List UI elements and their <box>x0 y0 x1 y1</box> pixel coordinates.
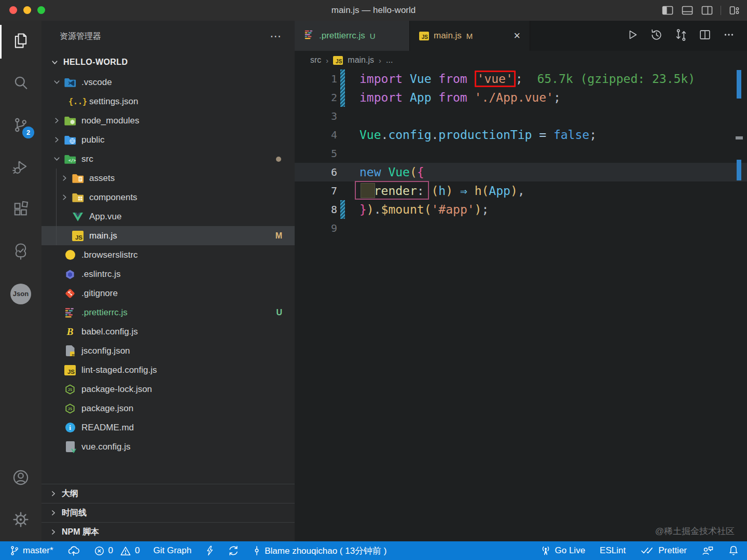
node-icon: JS <box>62 383 78 396</box>
branch-indicator[interactable]: master* <box>9 545 53 556</box>
cloud-upload-icon <box>67 545 80 556</box>
chevron-spacer <box>59 232 70 240</box>
timeline-history-icon[interactable] <box>649 28 663 44</box>
tree-item-assets[interactable]: assets <box>42 169 295 188</box>
publish-button[interactable] <box>67 545 80 556</box>
code-token: = <box>532 128 554 142</box>
tree-item-node-modules[interactable]: node_modules <box>42 111 295 130</box>
tree-item-babel.config.js[interactable]: Bbabel.config.js <box>42 322 295 341</box>
compare-changes-icon[interactable] <box>674 28 688 44</box>
tree-item-settings.json[interactable]: {..}settings.json <box>42 92 295 111</box>
code-token: ; <box>589 128 597 142</box>
section-timeline[interactable]: 时间线 <box>42 503 295 522</box>
code-line-7: 7 render: (h) ⇒ h(App), <box>295 181 747 200</box>
tree-item-package.json[interactable]: JSpackage.json <box>42 399 295 418</box>
tab-bar: .prettierrc.js U JS main.js M × <box>295 21 747 51</box>
tree-item-.gitignore[interactable]: .gitignore <box>42 284 295 303</box>
git-icon <box>62 287 78 300</box>
tree-item-App.vue[interactable]: App.vue <box>42 207 295 226</box>
git-graph-button[interactable]: Git Graph <box>154 545 192 556</box>
settings-button[interactable] <box>0 499 42 541</box>
tree-item-.prettierrc.js[interactable]: .prettierrc.jsU <box>42 303 295 322</box>
prettier-icon <box>304 30 314 43</box>
eslint-status[interactable]: ESLint <box>600 545 626 556</box>
sidebar-item-todo-tree[interactable] <box>0 231 42 273</box>
block-cursor <box>361 183 375 198</box>
code-line-6: 6new Vue({ <box>295 163 747 181</box>
minimize-window-button[interactable] <box>23 6 31 14</box>
code-line-9: 9 <box>295 219 747 237</box>
code-token: . <box>381 128 389 142</box>
breadcrumb-src[interactable]: src <box>310 55 321 65</box>
lightning-button[interactable] <box>205 545 214 556</box>
close-tab-icon[interactable]: × <box>514 30 520 41</box>
customize-layout-icon[interactable] <box>728 5 741 16</box>
sidebar-item-explorer[interactable] <box>0 21 42 63</box>
file-label: .vscode <box>81 77 112 88</box>
run-file-icon[interactable] <box>626 28 639 44</box>
chevron-right-icon <box>48 509 59 517</box>
section-npm-scripts[interactable]: NPM 脚本 <box>42 522 295 541</box>
sidebar-item-search[interactable] <box>0 63 42 105</box>
toggle-sidebar-icon[interactable] <box>661 5 674 16</box>
tree-item-jsconfig.json[interactable]: JSjsconfig.json <box>42 341 295 360</box>
split-editor-icon[interactable] <box>698 28 712 44</box>
tree-item-package-lock.json[interactable]: JSpackage-lock.json <box>42 380 295 399</box>
tree-item-README.md[interactable]: iREADME.md <box>42 418 295 437</box>
tree-item-public[interactable]: public <box>42 130 295 149</box>
feedback-button[interactable] <box>701 545 714 556</box>
vue-config-icon <box>62 441 78 453</box>
toggle-secondary-sidebar-icon[interactable] <box>701 5 713 16</box>
jsconfig-icon: JS <box>62 345 78 357</box>
sidebar-item-run-debug[interactable] <box>0 147 42 189</box>
tab-prettierrc[interactable]: .prettierrc.js U <box>295 21 410 51</box>
more-actions-icon[interactable] <box>722 28 736 44</box>
close-window-button[interactable] <box>9 6 17 14</box>
tree-item-vue.config.js[interactable]: vue.config.js <box>42 437 295 456</box>
sync-button[interactable] <box>228 545 239 556</box>
sidebar-item-source-control[interactable]: 2 <box>0 105 42 147</box>
sidebar-item-extensions[interactable] <box>0 189 42 231</box>
chevron-spacer <box>51 443 62 451</box>
code-editor[interactable]: 1import Vue from 'vue'; 65.7k (gzipped: … <box>295 69 747 237</box>
sidebar-item-json[interactable]: Json <box>0 273 42 315</box>
tree-item-main.js[interactable]: JSmain.jsM <box>42 226 295 245</box>
tree-item-.eslintrc.js[interactable]: .eslintrc.js <box>42 264 295 284</box>
file-label: vue.config.js <box>81 442 131 452</box>
code-line-4: 4Vue.config.productionTip = false; <box>295 125 747 144</box>
code-token: { <box>417 165 424 179</box>
line-number: 4 <box>295 125 337 144</box>
tab-main-js[interactable]: JS main.js M × <box>410 21 530 51</box>
tree-item-lint-staged.config.js[interactable]: JSlint-staged.config.js <box>42 360 295 380</box>
code-line-5: 5 <box>295 144 747 163</box>
chevron-right-icon <box>48 489 59 498</box>
git-status-badge: U <box>276 308 282 317</box>
file-label: lint-staged.config.js <box>81 365 157 375</box>
project-root-row[interactable]: HELLO-WORLD <box>42 52 295 73</box>
vue-icon <box>70 211 86 223</box>
tree-check-icon <box>11 242 30 262</box>
zoom-window-button[interactable] <box>37 6 45 14</box>
tree-item-.browserslistrc[interactable]: .browserslistrc <box>42 245 295 264</box>
chevron-spacer <box>51 309 62 317</box>
breadcrumb-symbol[interactable]: ... <box>386 55 393 65</box>
breadcrumb-main-js[interactable]: main.js <box>348 55 374 65</box>
code-token: : <box>417 184 432 198</box>
code-token: , <box>518 184 525 198</box>
tree-item-components[interactable]: components <box>42 188 295 207</box>
tree-item-src[interactable]: </>src <box>42 149 295 169</box>
blame-indicator[interactable]: Blame zhouqichao ( 13分钟前 ) <box>253 545 386 557</box>
prettier-status[interactable]: Prettier <box>640 545 687 556</box>
section-outline[interactable]: 大纲 <box>42 484 295 503</box>
js-icon: JS <box>70 230 86 242</box>
tree-item-.vscode[interactable]: .vscode <box>42 73 295 92</box>
explorer-more-actions-icon[interactable]: ⋯ <box>270 30 282 43</box>
git-modified-gutter-icon <box>340 200 345 219</box>
account-button[interactable] <box>0 457 42 499</box>
go-live-button[interactable]: Go Live <box>540 545 586 556</box>
title-bar: main.js — hello-world <box>0 0 747 21</box>
window-title: main.js — hello-world <box>0 5 747 16</box>
toggle-panel-icon[interactable] <box>681 5 694 16</box>
problems-indicator[interactable]: 0 0 <box>94 545 140 556</box>
notifications-button[interactable] <box>728 545 739 556</box>
